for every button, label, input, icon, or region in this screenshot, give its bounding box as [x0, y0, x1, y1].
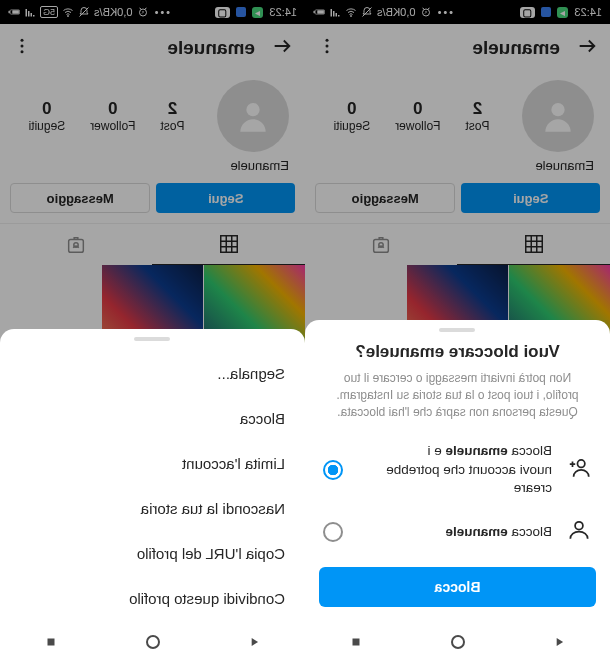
menu-item-hide-story[interactable]: Nascondi la tua storia: [0, 486, 305, 531]
nav-back-icon[interactable]: [247, 635, 261, 649]
person-plus-icon: [566, 455, 592, 485]
radio-unselected[interactable]: [323, 522, 343, 542]
nav-home-icon[interactable]: [146, 635, 160, 649]
menu-item-share[interactable]: Condividi questo profilo: [0, 576, 305, 621]
block-sheet-description: Non potrà inviarti messaggi o cercare il…: [319, 370, 596, 432]
block-sheet: Vuoi bloccare emanuele? Non potrà inviar…: [305, 320, 610, 621]
phone-left: 14:23 ▸ ▢ ••• 0,0KB/s 5G emanuele: [0, 0, 305, 663]
svg-point-25: [577, 460, 584, 467]
nav-back-icon[interactable]: [552, 635, 566, 649]
system-nav: [0, 621, 305, 663]
block-sheet-title: Vuoi bloccare emanuele?: [319, 342, 596, 362]
block-option2-text: Blocca emanuele: [357, 523, 552, 541]
block-option-single[interactable]: Blocca emanuele: [319, 507, 596, 557]
menu-item-copy-url[interactable]: Copia l'URL del profilo: [0, 531, 305, 576]
person-icon: [566, 517, 592, 547]
svg-rect-12: [47, 639, 54, 646]
sheet-handle[interactable]: [135, 337, 171, 341]
nav-home-icon[interactable]: [451, 635, 465, 649]
options-sheet: Segnala... Blocca Limita l'account Nasco…: [0, 329, 305, 621]
block-option-all-accounts[interactable]: Blocca emanuele e i nuovi account che po…: [319, 432, 596, 507]
phone-right: 14:23 ▸ ▢ ••• 0,0KB/s emanuele: [305, 0, 610, 663]
block-confirm-button[interactable]: Blocca: [319, 567, 596, 607]
menu-item-block[interactable]: Blocca: [0, 396, 305, 441]
menu-item-report[interactable]: Segnala...: [0, 351, 305, 396]
svg-rect-27: [352, 639, 359, 646]
radio-selected[interactable]: [323, 460, 343, 480]
menu-item-restrict[interactable]: Limita l'account: [0, 441, 305, 486]
sheet-handle[interactable]: [440, 328, 476, 332]
svg-point-26: [575, 522, 583, 530]
block-option1-text: Blocca emanuele e i nuovi account che po…: [357, 442, 552, 497]
system-nav: [305, 621, 610, 663]
nav-recent-icon[interactable]: [349, 635, 363, 649]
nav-recent-icon[interactable]: [44, 635, 58, 649]
